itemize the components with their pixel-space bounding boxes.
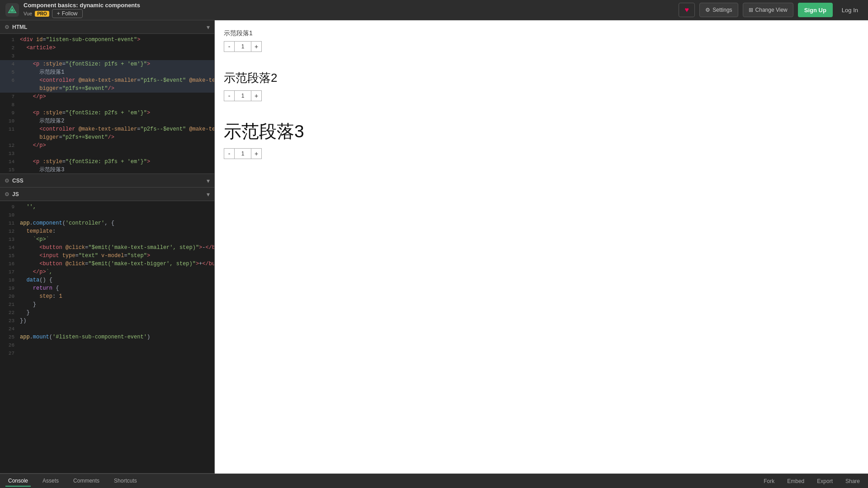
settings-button[interactable]: ⚙ Settings <box>699 3 738 17</box>
vue-label: Vue <box>24 11 32 16</box>
js-line-18: 18 data() { <box>0 276 214 284</box>
html-line-4: 4 <p :style="{fontSize: p1fs + 'em'}"> <box>0 60 214 68</box>
heart-button[interactable]: ♥ <box>679 3 695 17</box>
js-line-26: 26 <box>0 341 214 349</box>
js-line-27: 27 <box>0 349 214 357</box>
html-line-10: 10 示范段落2 <box>0 117 214 125</box>
preview-section-2: 示范段落2 - + <box>224 70 859 101</box>
follow-button[interactable]: + Follow <box>52 9 83 18</box>
html-collapse-button[interactable]: ▾ <box>207 24 210 30</box>
para1-step-input[interactable] <box>235 41 251 52</box>
html-line-5: 5 示范段落1 <box>0 68 214 76</box>
js-line-16: 16 <button @click="$emit('make-text-bigg… <box>0 260 214 268</box>
signup-label: Sign Up <box>804 7 826 14</box>
share-link[interactable]: Share <box>843 476 863 486</box>
js-line-14: 14 <button @click="$emit('make-text-smal… <box>0 244 214 252</box>
html-line-7: 7 </p> <box>0 93 214 101</box>
para1-controller: - + <box>224 41 859 52</box>
js-line-25: 25 app.mount('#listen-sub-component-even… <box>0 333 214 341</box>
html-panel-header: ⚙ HTML ▾ <box>0 20 214 34</box>
js-line-21: 21 } <box>0 300 214 309</box>
html-panel: ⚙ HTML ▾ 1 <div id="listen-sub-component… <box>0 20 214 174</box>
para3-text: 示范段落3 <box>224 119 859 144</box>
para3-minus-button[interactable]: - <box>224 148 235 159</box>
change-view-label: Change View <box>755 7 788 13</box>
app-title: Component basics: dynamic components <box>24 2 140 9</box>
html-line-6: 6 <controller @make-text-smaller="p1fs--… <box>0 76 214 84</box>
html-gear-icon: ⚙ <box>5 24 9 30</box>
html-line-9: 9 <p :style="{fontSize: p2fs + 'em'}"> <box>0 109 214 117</box>
css-label: CSS <box>12 178 24 184</box>
js-line-24: 24 <box>0 325 214 333</box>
assets-tab[interactable]: Assets <box>40 476 61 487</box>
js-line-17: 17 </p>`, <box>0 268 214 276</box>
para2-step-input[interactable] <box>235 90 251 101</box>
css-collapse-button[interactable]: ▾ <box>207 178 210 184</box>
change-view-button[interactable]: ⊞ Change View <box>743 3 793 17</box>
app-logo <box>5 3 19 17</box>
html-code-area[interactable]: 1 <div id="listen-sub-component-event"> … <box>0 34 214 174</box>
para2-minus-button[interactable]: - <box>224 90 235 101</box>
preview-section-1: 示范段落1 - + <box>224 29 859 52</box>
title-area: Component basics: dynamic components Vue… <box>24 2 140 18</box>
html-line-13: 13 <box>0 150 214 158</box>
js-line-10: 10 <box>0 211 214 219</box>
html-line-11: 11 <controller @make-text-smaller="p2fs-… <box>0 125 214 133</box>
para2-text: 示范段落2 <box>224 70 859 86</box>
settings-label: Settings <box>712 7 732 13</box>
left-panel: ⚙ HTML ▾ 1 <div id="listen-sub-component… <box>0 20 215 474</box>
sub-title: Vue PRO + Follow <box>24 9 140 18</box>
js-panel-header: ⚙ JS ▾ <box>0 188 214 201</box>
js-line-23: 23 }) <box>0 317 214 325</box>
para1-plus-button[interactable]: + <box>251 41 262 52</box>
html-line-3: 3 <box>0 52 214 60</box>
follow-icon: + <box>57 10 60 17</box>
heart-icon: ♥ <box>684 6 689 14</box>
html-line-1: 1 <div id="listen-sub-component-event"> <box>0 36 214 44</box>
js-line-20: 20 step: 1 <box>0 292 214 300</box>
js-code-area[interactable]: 9 '', 10 11 app.component('controller', … <box>0 201 214 473</box>
comments-tab[interactable]: Comments <box>71 476 102 487</box>
para3-plus-button[interactable]: + <box>251 148 262 159</box>
js-line-9: 9 '', <box>0 203 214 211</box>
html-label: HTML <box>12 24 27 30</box>
css-panel-header: ⚙ CSS ▾ <box>0 174 214 188</box>
css-panel: ⚙ CSS ▾ <box>0 174 214 188</box>
shortcuts-tab[interactable]: Shortcuts <box>111 476 140 487</box>
html-line-15: 15 示范段落3 <box>0 166 214 174</box>
login-label: Log In <box>842 7 858 14</box>
preview-section-3: 示范段落3 - + <box>224 119 859 159</box>
export-link[interactable]: Export <box>814 476 835 486</box>
js-label: JS <box>12 191 19 197</box>
html-line-2: 2 <article> <box>0 44 214 52</box>
html-line-12: 12 </p> <box>0 141 214 150</box>
js-line-11: 11 app.component('controller', { <box>0 219 214 227</box>
gear-icon: ⚙ <box>705 7 710 13</box>
html-line-8: 8 <box>0 101 214 109</box>
bottom-right-links: Fork Embed Export Share <box>761 476 863 486</box>
main-area: ⚙ HTML ▾ 1 <div id="listen-sub-component… <box>0 20 868 474</box>
fork-link[interactable]: Fork <box>761 476 777 486</box>
js-line-12: 12 template: <box>0 227 214 235</box>
embed-link[interactable]: Embed <box>784 476 807 486</box>
para2-controller: - + <box>224 90 859 101</box>
html-line-11b: bigger="p2fs+=$event"/> <box>0 133 214 141</box>
console-tab[interactable]: Console <box>5 476 31 487</box>
js-panel: ⚙ JS ▾ 9 '', 10 11 app.component('contro… <box>0 188 214 474</box>
para3-step-input[interactable] <box>235 148 251 159</box>
js-gear-icon: ⚙ <box>5 191 9 197</box>
para3-controller: - + <box>224 148 859 159</box>
para1-minus-button[interactable]: - <box>224 41 235 52</box>
js-line-19: 19 return { <box>0 284 214 292</box>
para1-label: 示范段落1 <box>224 29 859 38</box>
js-line-22: 22 } <box>0 309 214 317</box>
html-line-6b: bigger="p1fs+=$event"/> <box>0 84 214 93</box>
login-button[interactable]: Log In <box>837 3 863 17</box>
preview-panel: 示范段落1 - + 示范段落2 - + 示范段落3 - + <box>215 20 868 474</box>
signup-button[interactable]: Sign Up <box>798 3 833 17</box>
topbar: Component basics: dynamic components Vue… <box>0 0 868 20</box>
css-gear-icon: ⚙ <box>5 178 9 184</box>
para2-plus-button[interactable]: + <box>251 90 262 101</box>
pro-badge: PRO <box>35 11 49 17</box>
js-collapse-button[interactable]: ▾ <box>207 191 210 197</box>
